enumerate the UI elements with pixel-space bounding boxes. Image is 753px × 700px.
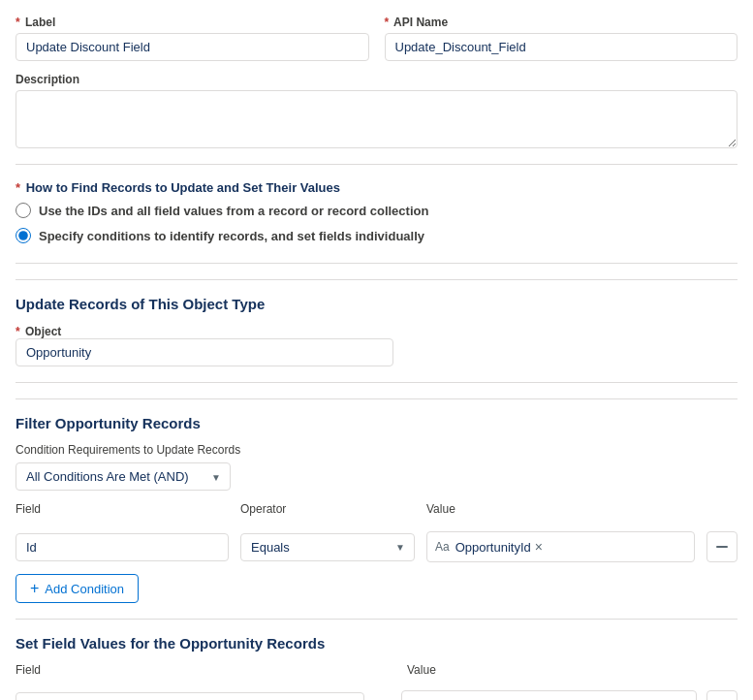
label-input[interactable] [16, 33, 369, 61]
operator-col-label: Operator [240, 502, 415, 516]
value-pill-0: OpportunityId × [455, 540, 543, 555]
api-name-required-star: * [385, 16, 390, 29]
api-name-field-group: * API Name [385, 16, 738, 61]
radio-use-ids[interactable]: Use the IDs and all field values from a … [16, 203, 737, 218]
divider-1 [16, 164, 737, 165]
api-name-field-label: * API Name [385, 16, 738, 29]
description-label: Description [16, 73, 737, 86]
update-records-title: Update Records of This Object Type [16, 296, 737, 312]
label-field-group: * Label [16, 16, 369, 61]
label-required-star: * [16, 16, 20, 29]
how-to-required-star: * [16, 180, 20, 195]
delete-set-field-btn-0[interactable] [706, 690, 737, 700]
radio-specify-conditions-input[interactable] [16, 228, 31, 243]
object-required-star: * [16, 325, 20, 338]
field-col-label: Field [16, 502, 229, 516]
condition-operator-0: Equals Not Equal To Contains [240, 533, 415, 561]
condition-value-0: Aa OpportunityId × [426, 531, 695, 562]
description-input[interactable] [16, 90, 737, 148]
set-field-section: Set Field Values for the Opportunity Rec… [16, 635, 737, 700]
hash-pill-container-0: # Discount × [401, 690, 697, 700]
divider-4 [16, 619, 737, 620]
set-field-field-input-0[interactable] [16, 692, 364, 701]
label-apiname-row: * Label * API Name [16, 16, 737, 61]
label-field-label: * Label [16, 16, 369, 29]
filter-section: Filter Opportunity Records Condition Req… [16, 415, 737, 603]
set-field-value-0: # Discount × [401, 690, 697, 700]
radio-specify-conditions[interactable]: Specify conditions to identify records, … [16, 228, 737, 243]
object-input[interactable] [16, 338, 393, 366]
description-field-group: Description [16, 73, 737, 148]
set-field-value-label: Value [407, 663, 697, 677]
arrow-icon-0: ← [374, 696, 392, 701]
condition-requirements-select-wrapper: All Conditions Are Met (AND) Any Conditi… [16, 462, 231, 491]
delete-icon-0 [715, 540, 729, 554]
set-field-row-0: ← # Discount × [16, 690, 737, 700]
divider-2 [16, 279, 737, 280]
condition-operator-select-0[interactable]: Equals Not Equal To Contains [240, 533, 415, 561]
condition-field-input-0[interactable] [16, 533, 229, 561]
set-field-field-input-group-0 [16, 692, 364, 701]
filter-section-title: Filter Opportunity Records [16, 415, 737, 431]
delete-condition-btn-0[interactable] [706, 531, 737, 562]
object-field-group: * Object [16, 324, 393, 366]
radio-use-ids-input[interactable] [16, 203, 31, 218]
api-name-input[interactable] [385, 33, 738, 61]
how-to-radio-group: Use the IDs and all field values from a … [16, 203, 737, 247]
set-field-field-label: Field [16, 663, 364, 677]
value-pill-close-0[interactable]: × [535, 540, 543, 554]
value-pill-icon-0: Aa [435, 540, 450, 554]
add-condition-plus-icon: + [30, 581, 39, 596]
how-to-section: * How to Find Records to Update and Set … [16, 180, 737, 264]
condition-row-0: Equals Not Equal To Contains Aa Opportun… [16, 531, 737, 562]
add-condition-button[interactable]: + Add Condition [16, 574, 139, 603]
value-col-label: Value [426, 502, 695, 516]
condition-requirements-select[interactable]: All Conditions Are Met (AND) Any Conditi… [16, 462, 231, 491]
set-field-section-title: Set Field Values for the Opportunity Rec… [16, 635, 737, 652]
svg-rect-0 [716, 546, 728, 548]
object-label: * Object [16, 325, 61, 338]
condition-requirements-label: Condition Requirements to Update Records [16, 443, 737, 457]
page-content: * Label * API Name Description * How to … [0, 0, 753, 700]
divider-3 [16, 398, 737, 399]
condition-field-0 [16, 533, 229, 561]
condition-value-pill-container-0: Aa OpportunityId × [426, 531, 695, 562]
how-to-label: * How to Find Records to Update and Set … [16, 180, 737, 195]
update-records-section: Update Records of This Object Type * Obj… [16, 296, 737, 383]
